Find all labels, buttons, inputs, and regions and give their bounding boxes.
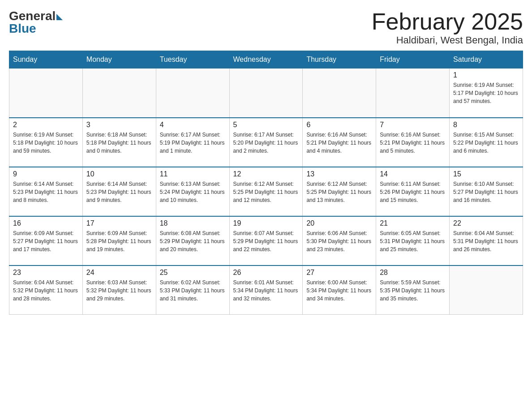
logo: General Blue — [9, 9, 63, 36]
month-title: February 2025 — [372, 9, 523, 34]
calendar-cell: 26Sunrise: 6:01 AM Sunset: 5:34 PM Dayli… — [229, 265, 303, 315]
column-header-thursday: Thursday — [303, 51, 376, 68]
day-number: 24 — [86, 269, 152, 277]
calendar-week-row: 23Sunrise: 6:04 AM Sunset: 5:32 PM Dayli… — [9, 265, 523, 315]
calendar-cell: 6Sunrise: 6:16 AM Sunset: 5:21 PM Daylig… — [303, 118, 376, 167]
day-number: 22 — [453, 219, 519, 227]
day-number: 7 — [380, 121, 446, 129]
calendar-cell: 20Sunrise: 6:06 AM Sunset: 5:30 PM Dayli… — [303, 216, 376, 265]
day-info: Sunrise: 6:07 AM Sunset: 5:29 PM Dayligh… — [233, 229, 299, 253]
day-info: Sunrise: 6:12 AM Sunset: 5:25 PM Dayligh… — [233, 180, 299, 204]
calendar-cell: 21Sunrise: 6:05 AM Sunset: 5:31 PM Dayli… — [376, 216, 450, 265]
day-info: Sunrise: 6:19 AM Sunset: 5:18 PM Dayligh… — [13, 131, 79, 155]
calendar-cell: 28Sunrise: 5:59 AM Sunset: 5:35 PM Dayli… — [376, 265, 450, 315]
calendar-week-row: 16Sunrise: 6:09 AM Sunset: 5:27 PM Dayli… — [9, 216, 523, 265]
day-info: Sunrise: 6:04 AM Sunset: 5:31 PM Dayligh… — [453, 229, 519, 253]
day-info: Sunrise: 6:14 AM Sunset: 5:23 PM Dayligh… — [86, 180, 152, 204]
day-number: 20 — [306, 219, 372, 227]
page-header: General Blue February 2025 Haldibari, We… — [9, 9, 523, 46]
day-number: 13 — [306, 170, 372, 178]
calendar-cell — [9, 68, 83, 118]
day-info: Sunrise: 6:16 AM Sunset: 5:21 PM Dayligh… — [380, 131, 446, 155]
column-header-tuesday: Tuesday — [156, 51, 229, 68]
location: Haldibari, West Bengal, India — [372, 34, 523, 46]
calendar-week-row: 9Sunrise: 6:14 AM Sunset: 5:23 PM Daylig… — [9, 167, 523, 216]
day-number: 11 — [160, 170, 226, 178]
day-number: 3 — [86, 121, 152, 129]
day-info: Sunrise: 6:12 AM Sunset: 5:25 PM Dayligh… — [306, 180, 372, 204]
calendar-cell — [303, 68, 376, 118]
day-number: 16 — [13, 219, 79, 227]
calendar-cell: 27Sunrise: 6:00 AM Sunset: 5:34 PM Dayli… — [303, 265, 376, 315]
day-info: Sunrise: 6:16 AM Sunset: 5:21 PM Dayligh… — [306, 131, 372, 155]
day-info: Sunrise: 6:10 AM Sunset: 5:27 PM Dayligh… — [453, 180, 519, 204]
calendar-cell: 25Sunrise: 6:02 AM Sunset: 5:33 PM Dayli… — [156, 265, 229, 315]
day-number: 23 — [13, 269, 79, 277]
calendar-cell: 9Sunrise: 6:14 AM Sunset: 5:23 PM Daylig… — [9, 167, 83, 216]
day-number: 26 — [233, 269, 299, 277]
calendar-cell — [156, 68, 229, 118]
day-number: 12 — [233, 170, 299, 178]
day-info: Sunrise: 6:01 AM Sunset: 5:34 PM Dayligh… — [233, 278, 299, 303]
day-info: Sunrise: 6:15 AM Sunset: 5:22 PM Dayligh… — [453, 131, 519, 155]
day-number: 25 — [160, 269, 226, 277]
calendar-week-row: 1Sunrise: 6:19 AM Sunset: 5:17 PM Daylig… — [9, 68, 523, 118]
day-info: Sunrise: 6:05 AM Sunset: 5:31 PM Dayligh… — [380, 229, 446, 253]
calendar-week-row: 2Sunrise: 6:19 AM Sunset: 5:18 PM Daylig… — [9, 118, 523, 167]
calendar-cell: 2Sunrise: 6:19 AM Sunset: 5:18 PM Daylig… — [9, 118, 83, 167]
calendar-cell: 3Sunrise: 6:18 AM Sunset: 5:18 PM Daylig… — [82, 118, 156, 167]
day-info: Sunrise: 6:19 AM Sunset: 5:17 PM Dayligh… — [453, 81, 519, 105]
day-info: Sunrise: 6:03 AM Sunset: 5:32 PM Dayligh… — [86, 278, 152, 303]
column-header-saturday: Saturday — [450, 51, 523, 68]
calendar-cell: 22Sunrise: 6:04 AM Sunset: 5:31 PM Dayli… — [450, 216, 523, 265]
day-number: 8 — [453, 121, 519, 129]
calendar-cell — [450, 265, 523, 315]
day-info: Sunrise: 6:08 AM Sunset: 5:29 PM Dayligh… — [160, 229, 226, 253]
calendar-cell: 17Sunrise: 6:09 AM Sunset: 5:28 PM Dayli… — [82, 216, 156, 265]
calendar-cell: 14Sunrise: 6:11 AM Sunset: 5:26 PM Dayli… — [376, 167, 450, 216]
calendar-cell: 4Sunrise: 6:17 AM Sunset: 5:19 PM Daylig… — [156, 118, 229, 167]
calendar-cell: 13Sunrise: 6:12 AM Sunset: 5:25 PM Dayli… — [303, 167, 376, 216]
calendar-cell: 24Sunrise: 6:03 AM Sunset: 5:32 PM Dayli… — [82, 265, 156, 315]
day-info: Sunrise: 6:14 AM Sunset: 5:23 PM Dayligh… — [13, 180, 79, 204]
logo-blue-text: Blue — [9, 21, 36, 36]
calendar-cell: 19Sunrise: 6:07 AM Sunset: 5:29 PM Dayli… — [229, 216, 303, 265]
column-header-wednesday: Wednesday — [229, 51, 303, 68]
day-info: Sunrise: 6:00 AM Sunset: 5:34 PM Dayligh… — [306, 278, 372, 303]
calendar-cell: 18Sunrise: 6:08 AM Sunset: 5:29 PM Dayli… — [156, 216, 229, 265]
day-number: 18 — [160, 219, 226, 227]
day-number: 2 — [13, 121, 79, 129]
day-info: Sunrise: 6:17 AM Sunset: 5:20 PM Dayligh… — [233, 131, 299, 155]
column-header-monday: Monday — [82, 51, 156, 68]
calendar-cell — [376, 68, 450, 118]
calendar-cell: 12Sunrise: 6:12 AM Sunset: 5:25 PM Dayli… — [229, 167, 303, 216]
day-info: Sunrise: 6:09 AM Sunset: 5:28 PM Dayligh… — [86, 229, 152, 253]
calendar-cell: 15Sunrise: 6:10 AM Sunset: 5:27 PM Dayli… — [450, 167, 523, 216]
day-number: 17 — [86, 219, 152, 227]
calendar-cell — [229, 68, 303, 118]
day-number: 28 — [380, 269, 446, 277]
day-info: Sunrise: 6:18 AM Sunset: 5:18 PM Dayligh… — [86, 131, 152, 155]
day-number: 21 — [380, 219, 446, 227]
day-info: Sunrise: 6:13 AM Sunset: 5:24 PM Dayligh… — [160, 180, 226, 204]
logo-arrow-icon — [56, 14, 63, 20]
calendar-cell: 16Sunrise: 6:09 AM Sunset: 5:27 PM Dayli… — [9, 216, 83, 265]
day-number: 10 — [86, 170, 152, 178]
day-number: 6 — [306, 121, 372, 129]
calendar-cell: 10Sunrise: 6:14 AM Sunset: 5:23 PM Dayli… — [82, 167, 156, 216]
day-number: 5 — [233, 121, 299, 129]
day-info: Sunrise: 6:17 AM Sunset: 5:19 PM Dayligh… — [160, 131, 226, 155]
day-number: 9 — [13, 170, 79, 178]
calendar-cell: 8Sunrise: 6:15 AM Sunset: 5:22 PM Daylig… — [450, 118, 523, 167]
day-info: Sunrise: 6:11 AM Sunset: 5:26 PM Dayligh… — [380, 180, 446, 204]
day-number: 4 — [160, 121, 226, 129]
day-number: 14 — [380, 170, 446, 178]
column-header-friday: Friday — [376, 51, 450, 68]
calendar-cell: 1Sunrise: 6:19 AM Sunset: 5:17 PM Daylig… — [450, 68, 523, 118]
calendar-cell — [82, 68, 156, 118]
day-info: Sunrise: 6:04 AM Sunset: 5:32 PM Dayligh… — [13, 278, 79, 303]
day-info: Sunrise: 5:59 AM Sunset: 5:35 PM Dayligh… — [380, 278, 446, 303]
day-info: Sunrise: 6:02 AM Sunset: 5:33 PM Dayligh… — [160, 278, 226, 303]
calendar-header-row: SundayMondayTuesdayWednesdayThursdayFrid… — [9, 51, 523, 68]
calendar-cell: 7Sunrise: 6:16 AM Sunset: 5:21 PM Daylig… — [376, 118, 450, 167]
